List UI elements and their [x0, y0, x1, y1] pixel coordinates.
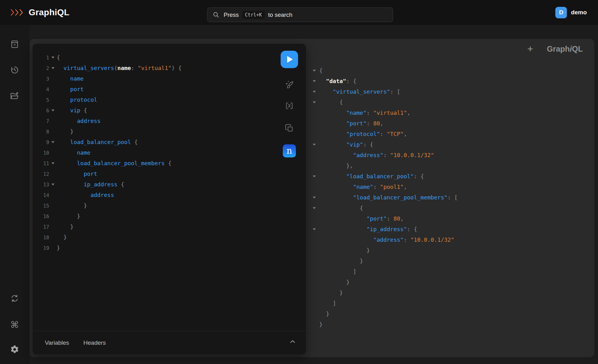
- code-text: load_balancer_pool {: [57, 137, 138, 147]
- brand: GraphiQL: [11, 0, 69, 25]
- code-text: }: [319, 309, 330, 319]
- response-line: "load_balancer_pool_members": [: [310, 192, 592, 203]
- left-sidebar: [0, 25, 30, 364]
- code-text: address: [57, 190, 114, 200]
- line-number: 7: [38, 118, 49, 124]
- code-text: load_balancer_pool_members {: [57, 158, 171, 169]
- session-panel: + GraphiQL 1{2 virtual_servers(name: "vi…: [30, 39, 594, 357]
- username: demo: [571, 9, 587, 16]
- tab-variables[interactable]: Variables: [45, 339, 69, 346]
- code-text: {: [319, 203, 363, 213]
- collapse-footer-chevron-icon[interactable]: [290, 339, 296, 345]
- line-number: 16: [38, 213, 49, 219]
- execute-query-button[interactable]: [281, 51, 298, 68]
- line-number: 5: [38, 97, 49, 103]
- response-line: "ip_address": {: [310, 224, 592, 235]
- line-number: 18: [38, 235, 49, 240]
- response-line: ]: [310, 266, 592, 277]
- fold-toggle[interactable]: [49, 162, 57, 164]
- query-editor[interactable]: 1{2 virtual_servers(name: "virtual1") {3…: [32, 44, 306, 355]
- code-text: {: [57, 52, 60, 63]
- refetch-schema-icon[interactable]: [9, 293, 20, 304]
- response-line: "name": "virtual1",: [310, 108, 592, 118]
- fold-toggle[interactable]: [49, 67, 57, 69]
- editor-line: 5 protocol: [38, 95, 272, 105]
- keyboard-shortcuts-icon[interactable]: [9, 319, 20, 330]
- ctrl-k-kbd: Ctrl+K: [242, 11, 265, 19]
- fold-toggle[interactable]: [310, 80, 319, 82]
- code-text: }: [57, 243, 60, 253]
- user-menu[interactable]: D demo: [555, 0, 587, 25]
- fold-toggle[interactable]: [310, 197, 319, 198]
- response-line: {: [310, 203, 592, 213]
- fold-toggle[interactable]: [310, 207, 319, 209]
- merge-fragments-icon[interactable]: [285, 101, 294, 110]
- response-line: "address": "10.0.0.1/32": [310, 150, 592, 161]
- app-root: GraphiQL Press Ctrl+K to search D demo: [0, 0, 598, 364]
- fold-toggle[interactable]: [310, 228, 319, 230]
- code-text: }: [319, 256, 363, 266]
- add-folder-icon[interactable]: [9, 91, 20, 101]
- play-icon: [287, 56, 293, 63]
- docs-icon[interactable]: [9, 39, 20, 49]
- search-input[interactable]: Press Ctrl+K to search: [207, 7, 393, 22]
- editor-line: 15 }: [38, 200, 272, 211]
- avatar[interactable]: D: [555, 7, 567, 18]
- code-text: ]: [319, 298, 336, 309]
- code-text: ]: [319, 266, 356, 277]
- response-line: "virtual_servers": [: [310, 86, 592, 97]
- fold-toggle[interactable]: [310, 144, 319, 146]
- line-number: 8: [38, 129, 49, 135]
- code-text: }: [319, 245, 370, 256]
- editor-line: 10 name: [38, 147, 272, 158]
- prettify-icon[interactable]: [285, 79, 294, 89]
- editor-line: 13 ip_address {: [38, 179, 272, 190]
- fold-triangle-icon: [313, 207, 316, 209]
- history-icon[interactable]: [9, 65, 20, 75]
- fold-toggle[interactable]: [310, 91, 319, 93]
- code-text: "virtual_servers": [: [319, 86, 400, 97]
- tab-headers[interactable]: Headers: [83, 339, 106, 346]
- fold-toggle[interactable]: [49, 141, 57, 143]
- code-text: "address": "10.0.0.1/32": [319, 150, 434, 161]
- line-number: 1: [38, 55, 49, 61]
- copy-query-icon[interactable]: [285, 124, 294, 133]
- fold-toggle[interactable]: [49, 57, 57, 58]
- add-tab-button[interactable]: +: [527, 44, 533, 54]
- fold-toggle[interactable]: [310, 70, 319, 72]
- response-line: "load_balancer_pool": {: [310, 171, 592, 182]
- code-text: },: [319, 161, 353, 171]
- editor-line: 7 address: [38, 116, 272, 126]
- code-text: ip_address {: [57, 179, 124, 190]
- code-text: "name": "pool1",: [319, 182, 407, 192]
- editor-line: 8 }: [38, 126, 272, 137]
- fold-triangle-icon: [313, 101, 316, 103]
- nautobot-plugin-button[interactable]: n: [283, 144, 296, 157]
- fold-toggle[interactable]: [310, 175, 319, 177]
- query-editor-lines[interactable]: 1{2 virtual_servers(name: "virtual1") {3…: [38, 52, 272, 253]
- response-line: "port": 80,: [310, 118, 592, 129]
- fold-toggle[interactable]: [49, 110, 57, 111]
- nautobot-chevrons-icon: [11, 9, 24, 16]
- settings-icon[interactable]: [9, 344, 20, 355]
- response-line: "vip": {: [310, 139, 592, 150]
- code-text: "protocol": "TCP",: [319, 129, 407, 139]
- code-text: "port": 80,: [319, 213, 404, 224]
- fold-toggle[interactable]: [49, 184, 57, 185]
- code-text: "data": {: [319, 76, 356, 86]
- code-text: }: [319, 277, 350, 287]
- code-text: vip {: [57, 105, 87, 116]
- line-number: 17: [38, 224, 49, 230]
- code-text: "address": "10.0.0.1/32": [319, 235, 454, 245]
- code-text: "name": "virtual1",: [319, 108, 411, 118]
- code-text: "load_balancer_pool": {: [319, 171, 424, 182]
- response-line: },: [310, 161, 592, 171]
- code-text: }: [319, 287, 343, 298]
- code-text: {: [319, 65, 323, 76]
- line-number: 2: [38, 65, 49, 71]
- fold-triangle-icon: [51, 57, 55, 58]
- line-number: 14: [38, 192, 49, 198]
- fold-triangle-icon: [313, 91, 316, 93]
- fold-triangle-icon: [313, 144, 316, 146]
- fold-toggle[interactable]: [310, 101, 319, 103]
